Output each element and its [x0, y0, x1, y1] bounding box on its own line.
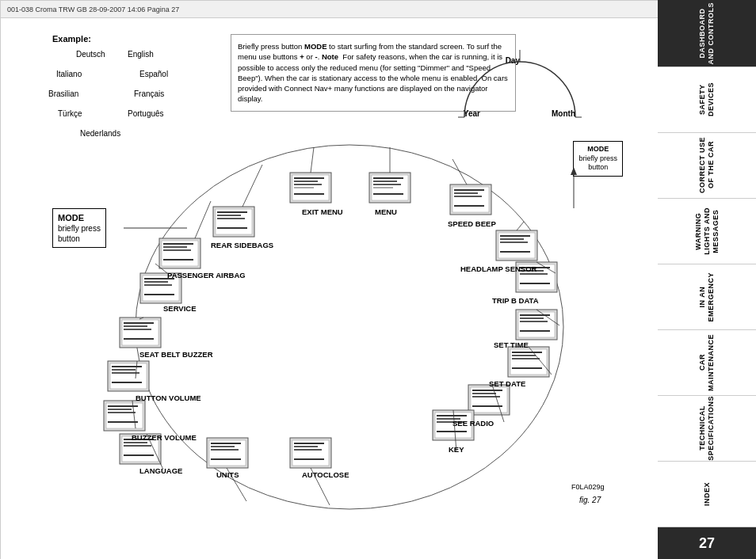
- svg-rect-8: [294, 181, 318, 182]
- svg-text:SET DATE: SET DATE: [489, 379, 525, 388]
- svg-rect-12: [369, 173, 410, 203]
- lang-espanol: Español: [139, 70, 168, 78]
- svg-rect-21: [454, 189, 484, 191]
- svg-rect-112: [211, 446, 235, 447]
- svg-rect-76: [112, 369, 136, 371]
- svg-rect-30: [217, 227, 247, 229]
- example-label: Example:: [52, 34, 91, 44]
- mode-line2-left: briefly press: [58, 223, 101, 234]
- sidebar-section-dashboard[interactable]: DASHBOARDAND CONTROLS: [658, 0, 756, 67]
- svg-rect-110: [209, 440, 246, 466]
- svg-rect-39: [163, 243, 193, 245]
- svg-rect-48: [520, 283, 550, 284]
- sidebar-label-index: INDEX: [703, 482, 712, 506]
- svg-text:UNITS: UNITS: [216, 470, 239, 479]
- svg-rect-70: [512, 355, 536, 356]
- svg-rect-99: [124, 439, 154, 440]
- page-number-box: 27: [658, 527, 756, 559]
- svg-text:BUTTON VOLUME: BUTTON VOLUME: [136, 394, 201, 402]
- svg-rect-93: [437, 415, 467, 416]
- svg-line-147: [492, 385, 504, 422]
- sidebar-section-maintenance[interactable]: CARMAINTENANCE: [658, 330, 756, 396]
- svg-rect-84: [472, 405, 502, 407]
- svg-rect-86: [106, 403, 143, 428]
- svg-line-141: [536, 262, 556, 273]
- mode-box-right: MODE briefly press button: [573, 141, 623, 177]
- svg-rect-94: [437, 418, 460, 420]
- svg-rect-71: [512, 358, 540, 359]
- svg-rect-91: [433, 410, 474, 440]
- svg-rect-9: [294, 184, 322, 185]
- svg-text:SERVICE: SERVICE: [163, 304, 197, 313]
- sidebar-section-index[interactable]: INDEX: [658, 462, 756, 527]
- svg-line-135: [311, 147, 314, 173]
- svg-rect-49: [140, 273, 181, 303]
- svg-rect-55: [516, 310, 557, 340]
- svg-rect-87: [108, 405, 138, 407]
- svg-text:fig. 27: fig. 27: [579, 496, 601, 504]
- svg-rect-11: [294, 193, 324, 195]
- svg-rect-51: [144, 278, 174, 280]
- svg-rect-102: [124, 454, 154, 456]
- svg-rect-97: [120, 434, 161, 464]
- svg-rect-20: [452, 187, 489, 212]
- sidebar-section-warning[interactable]: WARNINGLIGHTS ANDMESSAGES: [658, 199, 756, 264]
- svg-rect-73: [108, 361, 149, 391]
- sidebar-section-safety[interactable]: SAFETYDEVICES: [658, 67, 756, 133]
- svg-rect-27: [217, 211, 247, 213]
- svg-rect-53: [144, 284, 172, 286]
- svg-rect-104: [292, 440, 329, 466]
- svg-rect-13: [372, 175, 408, 200]
- svg-text:PASSENGER AIRBAG: PASSENGER AIRBAG: [167, 271, 246, 280]
- sidebar-label-dashboard: DASHBOARDAND CONTROLS: [698, 2, 716, 65]
- svg-rect-90: [108, 421, 138, 423]
- svg-rect-19: [450, 184, 491, 215]
- circle-arc-svg: [456, 46, 583, 188]
- svg-rect-10: [294, 187, 314, 188]
- svg-rect-31: [496, 230, 537, 260]
- header-bar: 001-038 Croma TRW GB 28-09-2007 14:06 Pa…: [1, 1, 659, 18]
- svg-rect-40: [163, 246, 187, 248]
- lang-turkce: Türkçe: [58, 109, 82, 118]
- svg-line-140: [195, 201, 211, 238]
- svg-rect-68: [510, 349, 547, 375]
- header-text: 001-038 Croma TRW GB 28-09-2007 14:06 Pa…: [7, 6, 179, 13]
- svg-rect-46: [520, 270, 544, 272]
- svg-rect-69: [512, 352, 542, 353]
- svg-text:HEADLAMP SENSOR: HEADLAMP SENSOR: [460, 264, 537, 273]
- svg-rect-89: [108, 412, 136, 413]
- svg-rect-64: [124, 325, 147, 327]
- svg-text:F0LA029g: F0LA029g: [571, 483, 605, 491]
- sidebar-label-correct-use: CORRECT USEOF THE CAR: [698, 137, 716, 193]
- svg-rect-57: [520, 314, 550, 316]
- svg-rect-56: [518, 312, 555, 337]
- svg-rect-38: [162, 241, 198, 266]
- svg-rect-16: [373, 184, 401, 185]
- svg-rect-80: [471, 387, 507, 413]
- svg-rect-61: [120, 318, 161, 348]
- svg-text:SEAT BELT BUZZER: SEAT BELT BUZZER: [139, 350, 213, 359]
- sidebar-label-emergency: IN ANEMERGENCY: [698, 272, 716, 322]
- sidebar-section-technical[interactable]: TECHNICALSPECIFICATIONS: [658, 396, 756, 462]
- mode-box-left: MODE briefly press button: [52, 208, 106, 248]
- sidebar-section-emergency[interactable]: IN ANEMERGENCY: [658, 264, 756, 330]
- svg-line-145: [529, 347, 552, 375]
- svg-line-149: [453, 410, 456, 452]
- svg-rect-36: [500, 251, 530, 253]
- sidebar-label-maintenance: CARMAINTENANCE: [698, 334, 716, 391]
- right-sidebar: DASHBOARDAND CONTROLS SAFETYDEVICES CORR…: [658, 0, 756, 559]
- page-number: 27: [699, 535, 715, 552]
- svg-line-139: [517, 222, 524, 230]
- svg-rect-5: [290, 173, 331, 203]
- sidebar-section-correct-use[interactable]: CORRECT USEOF THE CAR: [658, 133, 756, 199]
- svg-rect-83: [472, 396, 500, 397]
- svg-text:TRIP B DATA: TRIP B DATA: [492, 296, 539, 305]
- svg-rect-17: [373, 187, 393, 188]
- svg-rect-96: [437, 431, 467, 432]
- svg-rect-42: [163, 259, 193, 260]
- sidebar-label-warning: WARNINGLIGHTS ANDMESSAGES: [694, 207, 720, 255]
- svg-rect-114: [211, 458, 241, 460]
- svg-rect-59: [520, 321, 548, 322]
- svg-text:EXIT MENU: EXIT MENU: [302, 207, 343, 216]
- svg-rect-100: [124, 442, 147, 443]
